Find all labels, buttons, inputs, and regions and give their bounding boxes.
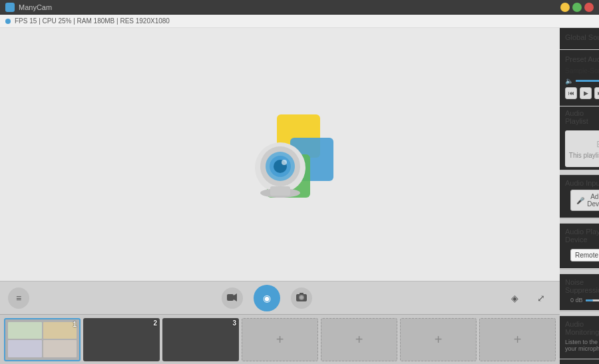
audio-input-row: Audio Input	[565, 179, 599, 187]
mic-icon: 🎤	[576, 197, 584, 204]
noise-db-row: 0 dB -50 dB	[565, 297, 599, 306]
snapshot-button[interactable]	[291, 287, 312, 309]
playlist-empty-text: This playlist is empty.	[569, 152, 599, 159]
section-divider-4	[560, 311, 599, 316]
preset-audio-section: Preset Audio Sample-Song-1 ▪▪▪ 🔈	[560, 50, 599, 106]
camera-icon	[296, 293, 307, 303]
audio-playback-section: Audio Playback Device Remote Audio Defau…	[560, 224, 599, 269]
source-item-3[interactable]: 3	[162, 318, 239, 361]
toolbar-left: ≡	[8, 287, 29, 309]
audio-input-label: Audio Input	[565, 179, 599, 187]
audio-monitoring-label: Audio Monitoring	[565, 320, 599, 336]
noise-db-slider[interactable]	[586, 299, 599, 301]
playlist-empty: ⊞ This playlist is empty.	[565, 130, 599, 167]
volume-slider-fill	[576, 80, 599, 82]
center-area: ≡ ◉ ◈	[0, 28, 560, 364]
noise-suppression-section: Noise Suppression 0 dB -50 dB	[560, 274, 599, 311]
global-sound-label: Global Sound	[565, 33, 599, 41]
stats-text: FPS 15 | CPU 25% | RAM 180MB | RES 1920X…	[15, 17, 170, 25]
transport-controls: ⏮ ▶ ⏭ ↺ ⇄	[565, 87, 599, 99]
audio-monitoring-section: Audio Monitoring Listen to the sounds fr…	[560, 316, 599, 359]
toolbar-center: ◉	[222, 285, 312, 311]
add-source-3[interactable]: +	[400, 318, 477, 361]
preview-area	[0, 28, 560, 281]
mask-button[interactable]: ◈	[504, 287, 525, 309]
audio-playback-label: Audio Playback Device	[565, 228, 599, 244]
stats-bar: FPS 15 | CPU 25% | RAM 180MB | RES 1920X…	[0, 15, 599, 28]
expand-icon: ⤢	[537, 293, 545, 303]
source-num-3: 3	[232, 319, 236, 327]
audio-playlist-section: Audio Playlist ⊕ ▤ 🗑 ⊞ This playlist is …	[560, 106, 599, 167]
volume-slider-row: 🔈 🔊	[565, 77, 599, 85]
source-num-1: 1	[73, 321, 77, 328]
menu-icon: ≡	[16, 293, 21, 303]
titlebar: ManyCam	[0, 0, 599, 15]
section-divider-2	[560, 218, 599, 224]
volume-low-icon: 🔈	[565, 77, 573, 85]
svg-point-11	[282, 160, 287, 165]
source-num-2: 2	[153, 319, 157, 327]
thumb-cell-1	[8, 322, 42, 339]
song-title-row: Sample-Song-1 ▪▪▪	[565, 67, 599, 75]
source-item-1[interactable]: 1	[4, 318, 81, 361]
add-audio-device-button[interactable]: 🎤 Add Audio Device (mic)	[570, 190, 599, 211]
mask-icon: ◈	[511, 293, 518, 303]
audio-monitoring-desc: Listen to the sounds from your microphon…	[565, 339, 599, 355]
svg-rect-19	[300, 293, 303, 295]
play-button[interactable]: ▶	[580, 87, 592, 99]
section-divider-3	[560, 269, 599, 274]
playlist-header: Audio Playlist ⊕ ▤ 🗑	[560, 106, 599, 128]
noise-db-low: 0 dB	[570, 297, 583, 303]
svg-point-18	[300, 295, 303, 299]
global-sound-row: Global Sound	[565, 32, 599, 43]
song-title-text: Sample-Song-1	[565, 67, 599, 75]
app-logo	[5, 3, 15, 12]
audio-playback-row: Audio Playback Device	[565, 228, 599, 244]
noise-suppression-row: Noise Suppression	[565, 278, 599, 294]
add-source-4[interactable]: +	[479, 318, 556, 361]
source-3-thumbnail	[162, 318, 239, 361]
stats-indicator	[5, 19, 11, 24]
broadcast-icon: ◉	[263, 293, 271, 303]
prev-track-button[interactable]: ⏮	[565, 87, 577, 99]
right-main: Global Sound Preset Audio Sample-Song-1	[560, 28, 599, 364]
section-divider-1	[560, 170, 599, 175]
audio-playback-select[interactable]: Remote Audio Default Device Speakers	[570, 249, 599, 262]
broadcast-button[interactable]: ◉	[254, 285, 280, 311]
thumb-cell-4	[43, 340, 77, 357]
source-item-2[interactable]: 2	[83, 318, 160, 361]
expand-button[interactable]: ⤢	[530, 287, 552, 309]
video-button[interactable]	[222, 287, 243, 309]
add-device-text: Add Audio Device (mic)	[587, 193, 599, 208]
svg-rect-14	[227, 294, 234, 301]
panel-content: Global Sound Preset Audio Sample-Song-1	[560, 28, 599, 364]
window-controls	[560, 3, 594, 12]
source-1-thumbnail	[5, 319, 79, 360]
add-source-2[interactable]: +	[321, 318, 397, 361]
global-sound-section: Global Sound	[560, 28, 599, 50]
audio-input-section: Audio Input 🎤 Add Audio Device (mic)	[560, 175, 599, 218]
audio-monitoring-row: Audio Monitoring	[565, 320, 599, 336]
maximize-button[interactable]	[572, 3, 582, 12]
menu-button[interactable]: ≡	[8, 287, 29, 309]
svg-rect-13	[270, 186, 290, 196]
preset-audio-row: Preset Audio	[565, 54, 599, 65]
noise-suppression-label: Noise Suppression	[565, 278, 599, 294]
source-strip: 1 2 3 + + + +	[0, 314, 560, 364]
minimize-button[interactable]	[560, 3, 570, 12]
bottom-toolbar: ≡ ◉ ◈	[0, 281, 560, 314]
playlist-empty-icon: ⊞	[596, 138, 599, 149]
main-layout: ≡ ◉ ◈	[0, 28, 599, 364]
volume-slider-track[interactable]	[576, 80, 599, 82]
app-title: ManyCam	[19, 3, 560, 11]
next-track-button[interactable]: ⏭	[594, 87, 599, 99]
thumb-cell-2	[43, 322, 77, 339]
close-button[interactable]	[584, 3, 594, 12]
preset-audio-label: Preset Audio	[565, 55, 599, 63]
svg-marker-15	[234, 293, 237, 301]
source-2-thumbnail	[83, 318, 160, 361]
toolbar-right: ◈ ⤢	[504, 287, 552, 309]
video-camera-icon	[227, 293, 238, 303]
playlist-label: Audio Playlist	[565, 109, 599, 125]
add-source-1[interactable]: +	[242, 318, 318, 361]
